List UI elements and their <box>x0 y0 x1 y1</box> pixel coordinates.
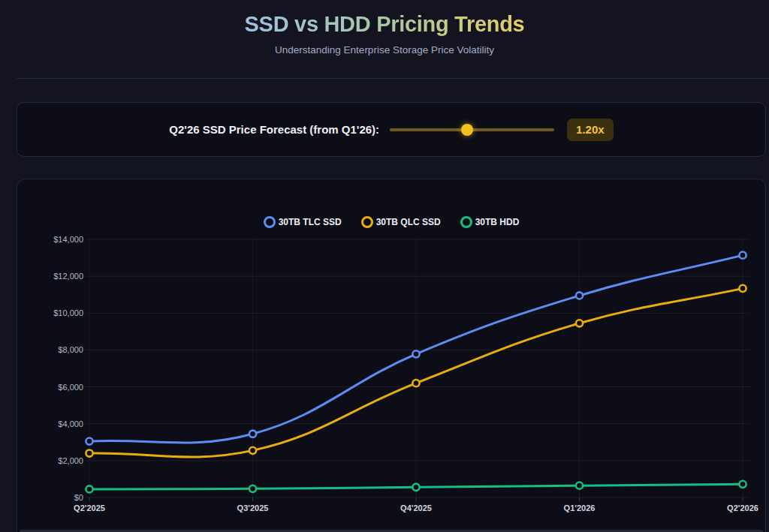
data-point <box>412 350 419 357</box>
y-axis-tick-label: $4,000 <box>58 419 83 428</box>
legend-item-qlc-ssd[interactable]: 30TB QLC SSD <box>361 216 441 228</box>
data-point <box>412 380 419 386</box>
x-axis-tick-label: Q1'2026 <box>564 503 596 512</box>
legend-label-qlc: 30TB QLC SSD <box>376 217 441 227</box>
forecast-controls-row: Q2'26 SSD Price Forecast (from Q1'26): 1… <box>169 119 613 141</box>
chart-panel: 30TB TLC SSD 30TB QLC SSD 30TB HDD $0$2,… <box>17 179 766 532</box>
legend-marker-hdd-icon <box>460 216 472 228</box>
data-point <box>86 437 92 444</box>
forecast-slider-label: Q2'26 SSD Price Forecast (from Q1'26): <box>169 123 379 136</box>
data-point <box>249 485 256 492</box>
y-axis-tick-label: $6,000 <box>58 383 83 392</box>
x-axis-tick-label: Q3'2025 <box>237 503 269 512</box>
data-point <box>739 481 746 488</box>
y-axis-tick-label: $2,000 <box>58 456 83 465</box>
forecast-multiplier-badge: 1.20x <box>567 119 614 141</box>
data-point <box>739 285 746 292</box>
data-point <box>576 292 583 299</box>
legend-item-hdd[interactable]: 30TB HDD <box>460 216 520 228</box>
data-point <box>249 431 256 437</box>
page-header: SSD vs HDD Pricing Trends Understanding … <box>0 0 769 56</box>
legend-marker-qlc-icon <box>361 216 373 228</box>
y-axis-tick-label: $14,000 <box>53 235 83 244</box>
legend-marker-tlc-icon <box>264 216 276 228</box>
data-point <box>249 447 256 454</box>
page-subtitle: Understanding Enterprise Storage Price V… <box>0 44 769 56</box>
y-axis-tick-label: $12,000 <box>53 272 83 281</box>
data-point <box>576 482 583 489</box>
forecast-slider[interactable] <box>390 123 554 137</box>
legend-label-tlc: 30TB TLC SSD <box>279 217 342 227</box>
legend-label-hdd: 30TB HDD <box>475 217 520 227</box>
legend-item-tlc-ssd[interactable]: 30TB TLC SSD <box>264 216 342 228</box>
x-axis-tick-label: Q4'2025 <box>400 503 432 512</box>
y-axis-tick-label: $0 <box>74 493 83 502</box>
data-point <box>739 252 746 259</box>
forecast-controls-panel: Q2'26 SSD Price Forecast (from Q1'26): 1… <box>17 102 766 157</box>
page-title: SSD vs HDD Pricing Trends <box>245 12 525 37</box>
chart-legend: 30TB TLC SSD 30TB QLC SSD 30TB HDD <box>17 215 765 229</box>
x-axis-tick-label: Q2'2026 <box>727 503 758 512</box>
y-axis-tick-label: $8,000 <box>58 345 83 354</box>
x-axis-tick-label: Q2'2025 <box>74 503 105 512</box>
header-divider <box>17 78 769 79</box>
y-axis-tick-label: $10,000 <box>53 308 83 317</box>
data-point <box>576 320 583 326</box>
slider-thumb[interactable] <box>461 124 473 136</box>
data-point <box>86 485 92 492</box>
data-point <box>86 449 92 456</box>
price-trend-chart[interactable]: $0$2,000$4,000$6,000$8,000$10,000$12,000… <box>17 230 766 532</box>
data-point <box>412 484 419 491</box>
